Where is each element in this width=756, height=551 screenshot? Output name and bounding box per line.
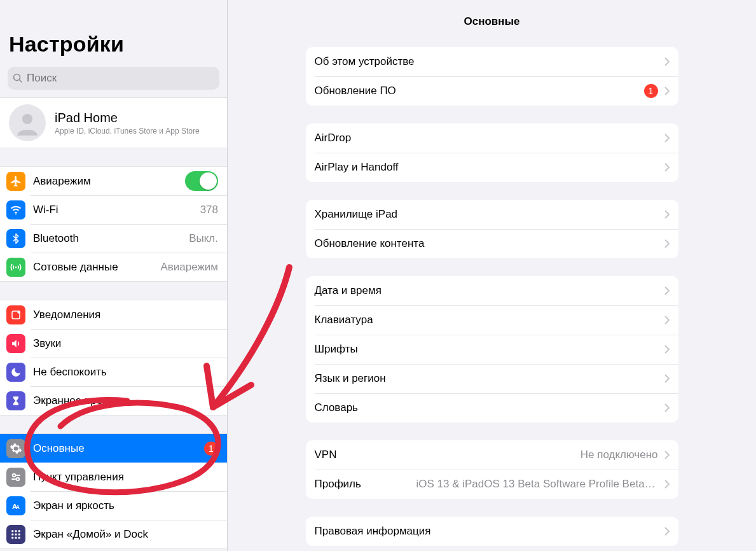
sidebar-item-airplane[interactable]: Авиарежим	[0, 167, 227, 195]
sidebar-item-notifications[interactable]: Уведомления	[0, 300, 227, 329]
svg-rect-15	[18, 530, 20, 532]
svg-point-3	[15, 213, 17, 214]
chevron-right-icon	[664, 403, 670, 412]
chevron-right-icon	[664, 210, 670, 219]
detail-pane: Основные Об этом устройстве Обновление П…	[228, 0, 756, 551]
detail-item-label: Об этом устройстве	[315, 55, 658, 68]
sidebar-item-value: Выкл.	[189, 232, 218, 245]
chevron-right-icon	[664, 239, 670, 248]
account-row[interactable]: iPad Home Apple ID, iCloud, iTunes Store…	[0, 97, 227, 148]
sidebar-item-label: Сотовые данные	[33, 261, 160, 274]
moon-icon	[6, 363, 25, 382]
update-badge: 1	[644, 84, 658, 98]
detail-item-label: AirDrop	[315, 132, 658, 144]
chevron-right-icon	[664, 345, 670, 354]
sidebar-item-label: Wi-Fi	[33, 204, 200, 216]
svg-rect-16	[11, 533, 13, 535]
bluetooth-icon	[6, 229, 25, 248]
detail-item-language[interactable]: Язык и регион	[306, 364, 678, 393]
sidebar-item-screentime[interactable]: Экранное время	[0, 386, 227, 415]
svg-point-7	[13, 473, 16, 477]
svg-rect-21	[18, 536, 20, 538]
chevron-right-icon	[664, 163, 670, 172]
sidebar-item-display[interactable]: AA Экран и яркость	[0, 491, 227, 520]
sidebar: Настройки iPad Home Apple ID, iCloud, iT…	[0, 0, 228, 551]
detail-item-label: Хранилище iPad	[315, 208, 658, 221]
display-icon: AA	[6, 496, 25, 515]
chevron-right-icon	[664, 527, 670, 536]
settings-title: Настройки	[9, 32, 218, 57]
sidebar-item-cellular[interactable]: Сотовые данные Авиарежим	[0, 253, 227, 281]
sidebar-item-value: Авиарежим	[160, 261, 218, 274]
switches-icon	[6, 468, 25, 487]
detail-item-label: VPN	[315, 449, 581, 461]
notifications-icon	[6, 305, 25, 324]
hourglass-icon	[6, 391, 25, 410]
detail-item-background-refresh[interactable]: Обновление контента	[306, 229, 678, 258]
sidebar-item-dnd[interactable]: Не беспокоить	[0, 358, 227, 386]
detail-item-label: Словарь	[315, 401, 658, 414]
svg-rect-14	[15, 530, 17, 532]
account-name: iPad Home	[55, 111, 200, 125]
detail-item-fonts[interactable]: Шрифты	[306, 335, 678, 364]
sidebar-item-bluetooth[interactable]: Bluetooth Выкл.	[0, 224, 227, 253]
chevron-right-icon	[664, 286, 670, 295]
detail-item-label: Клавиатура	[315, 314, 658, 326]
sidebar-item-controlcenter[interactable]: Пункт управления	[0, 463, 227, 491]
search-input[interactable]	[8, 67, 219, 90]
detail-item-software-update[interactable]: Обновление ПО 1	[306, 76, 678, 106]
detail-item-keyboard[interactable]: Клавиатура	[306, 305, 678, 335]
detail-item-dictionary[interactable]: Словарь	[306, 393, 678, 422]
detail-item-label: Правовая информация	[315, 525, 658, 538]
sidebar-item-sounds[interactable]: Звуки	[0, 329, 227, 358]
sidebar-item-label: Основные	[33, 442, 204, 455]
detail-item-about[interactable]: Об этом устройстве	[306, 47, 678, 76]
detail-item-vpn[interactable]: VPN Не подключено	[306, 440, 678, 470]
chevron-right-icon	[664, 87, 670, 95]
search-field[interactable]	[27, 72, 214, 85]
sidebar-item-label: Bluetooth	[33, 232, 189, 245]
svg-point-4	[15, 266, 17, 268]
svg-point-9	[17, 477, 20, 480]
chevron-right-icon	[664, 374, 670, 383]
detail-item-label: Дата и время	[315, 284, 658, 297]
detail-item-airdrop[interactable]: AirDrop	[306, 123, 678, 153]
svg-rect-18	[18, 533, 20, 535]
svg-point-2	[22, 114, 32, 124]
apps-grid-icon	[6, 525, 25, 544]
svg-rect-19	[11, 536, 13, 538]
sidebar-item-general[interactable]: Основные 1	[0, 434, 227, 463]
detail-item-airplay[interactable]: AirPlay и Handoff	[306, 153, 678, 182]
sidebar-item-label: Не беспокоить	[33, 366, 218, 379]
sidebar-item-label: Звуки	[33, 337, 218, 350]
detail-item-label: Язык и регион	[315, 372, 658, 385]
account-subtitle: Apple ID, iCloud, iTunes Store и App Sto…	[55, 127, 200, 136]
sidebar-item-label: Пункт управления	[33, 471, 218, 484]
sidebar-item-homescreen[interactable]: Экран «Домой» и Dock	[0, 520, 227, 548]
airplane-icon	[6, 172, 25, 191]
detail-item-label: Обновление контента	[315, 237, 658, 250]
chevron-right-icon	[664, 480, 670, 489]
airplane-toggle[interactable]	[185, 171, 218, 191]
chevron-right-icon	[664, 57, 670, 66]
sidebar-item-label: Авиарежим	[33, 175, 185, 188]
detail-item-profile[interactable]: Профиль iOS 13 & iPadOS 13 Beta Software…	[306, 470, 678, 499]
svg-rect-20	[15, 536, 17, 538]
detail-item-storage[interactable]: Хранилище iPad	[306, 200, 678, 229]
detail-item-datetime[interactable]: Дата и время	[306, 276, 678, 305]
antenna-icon	[6, 258, 25, 277]
sidebar-item-wifi[interactable]: Wi-Fi 378	[0, 195, 227, 224]
chevron-right-icon	[664, 450, 670, 459]
detail-item-value: Не подключено	[581, 449, 658, 461]
detail-item-label: Обновление ПО	[315, 85, 644, 97]
detail-item-legal[interactable]: Правовая информация	[306, 517, 678, 546]
sidebar-item-label: Уведомления	[33, 309, 218, 321]
detail-item-label: Шрифты	[315, 343, 658, 356]
sidebar-item-label: Экран и яркость	[33, 499, 218, 512]
svg-line-1	[20, 80, 22, 83]
detail-item-value: iOS 13 & iPadOS 13 Beta Software Profile…	[416, 478, 658, 491]
sounds-icon	[6, 334, 25, 353]
wifi-icon	[6, 200, 25, 220]
general-badge: 1	[204, 442, 218, 456]
chevron-right-icon	[664, 316, 670, 324]
